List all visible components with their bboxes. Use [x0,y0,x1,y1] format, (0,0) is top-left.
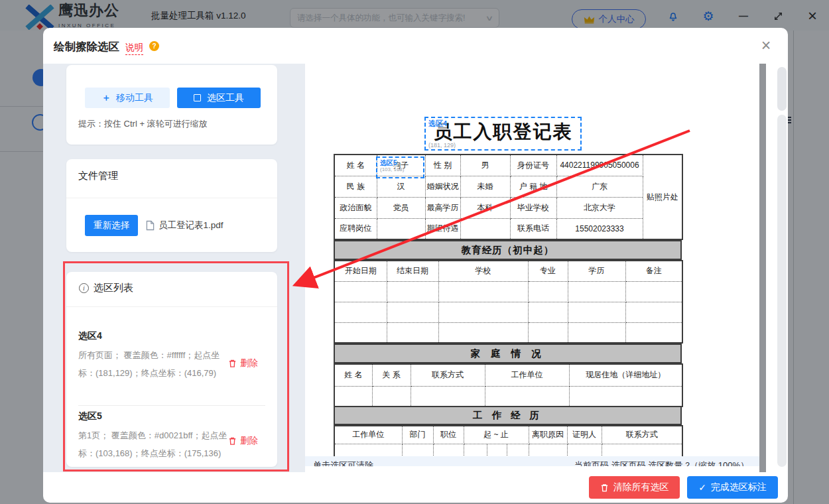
help-link[interactable]: 说明 [125,42,143,55]
column-header: 学历 [568,261,625,281]
delete-label: 删除 [240,435,258,447]
selection-tool-label: 选区工具 [207,92,244,104]
table-cell: 广东 [556,176,643,197]
help-question-icon[interactable] [149,41,159,51]
education-table: 开始日期 结束日期 学校 专业 学历 备注 [334,260,683,344]
scrollbar-thumb-top[interactable] [777,67,787,111]
selection-annotation-coords: (181, 129) [428,142,456,149]
column-header: 职位 [433,426,464,444]
reselect-file-button[interactable]: 重新选择 [85,215,138,236]
preview-scrollbar [766,64,788,472]
column-header: 工作单位 [485,364,569,386]
clear-all-selections-button[interactable]: 清除所有选区 [589,476,680,499]
clear-all-label: 清除所有选区 [613,481,669,493]
trash-icon [228,359,237,368]
check-icon [698,482,706,493]
selection-list-card: 选区列表 选区4 所有页面； 覆盖颜色：#ffffff；起点坐标：(181,12… [66,272,277,467]
divider [66,306,277,307]
table-cell: 15502023333 [556,218,643,239]
table-cell: 党员 [377,197,425,218]
table-cell [460,218,510,239]
table-cell: 北京大学 [556,197,643,218]
section-header-education: 教育经历（初中起） [334,240,682,260]
table-cell [377,218,425,239]
selection-list-header: 选区列表 [79,282,133,294]
table-cell: 政治面貌 [334,197,377,218]
delete-selection-button[interactable]: 删除 [228,357,258,369]
selection-tool-button[interactable]: 选区工具 [177,88,261,108]
table-cell: 男 [460,155,510,176]
selection-annotation-label: 选区4 [428,119,447,129]
delete-selection-button[interactable]: 删除 [228,435,258,447]
trash-icon [228,436,237,446]
selection-annotation-box-5[interactable]: 选区5 (103, 168) [376,157,424,178]
table-cell: 联系电话 [510,218,556,239]
pdf-file-icon [146,220,155,231]
selection-desc: 第1页； 覆盖颜色：#d0021bff；起点坐标：(103,168)；终点坐标：… [78,426,229,462]
selected-file-row: 员工登记表1.pdf [146,220,223,231]
column-header: 结束日期 [387,261,438,281]
table-cell: 婚姻状况 [425,176,460,197]
column-header: 工作单位 [334,426,402,444]
selection-annotation-box-4[interactable]: 选区4 (181, 129) [424,117,582,151]
column-header: 关 系 [372,364,411,386]
plus-icon [101,92,111,104]
table-cell: 未婚 [460,176,510,197]
table-cell: 户 籍 地 [510,176,556,197]
tools-card: 移动工具 选区工具 提示：按住 Ctrl + 滚轮可进行缩放 [66,65,277,145]
finish-label: 完成选区标注 [711,481,767,493]
section-header-family: 家 庭 情 况 [334,344,682,363]
selection-name: 选区4 [78,330,102,342]
table-cell: 期望待遇 [425,218,460,239]
table-cell: 本科 [460,197,510,218]
table-cell: 应聘岗位 [334,218,377,239]
table-cell: 最高学历 [425,197,460,218]
scrollbar-thumb-main[interactable] [777,115,787,467]
selection-name: 选区5 [78,410,102,422]
table-cell: 姓 名 [334,155,377,176]
column-header: 备注 [625,261,682,281]
delete-label: 删除 [240,357,258,369]
selection-list-title: 选区列表 [94,282,133,294]
divider [78,405,265,406]
column-header: 姓 名 [334,364,372,386]
photo-cell: 贴照片处 [643,155,682,239]
rectangle-icon [194,94,201,101]
family-table: 姓 名 关 系 联系方式 工作单位 现居住地（详细地址） [334,363,683,407]
column-header: 现居住地（详细地址） [569,364,682,386]
finish-annotation-button[interactable]: 完成选区标注 [687,476,778,499]
selection-annotation-coords: (103, 168) [380,166,404,172]
column-header: 开始日期 [334,261,387,281]
column-header: 证明人 [567,426,602,444]
column-header: 部门 [402,426,433,444]
file-management-card: 文件管理 重新选择 员工登记表1.pdf [66,159,277,252]
table-cell: 民 族 [334,176,377,197]
column-header: 起 ~ 止 [464,426,529,444]
modal-close-icon[interactable] [757,37,775,54]
table-cell: 汉 [377,176,425,197]
column-header: 联系方式 [411,364,485,386]
move-tool-label: 移动工具 [116,92,153,104]
selection-desc: 所有页面； 覆盖颜色：#ffffff；起点坐标：(181,129)；终点坐标：(… [78,346,229,382]
status-hint-text: 单击选区可清除 [313,460,373,466]
app-window: 鹰迅办公 INXUN OFFICE 批量处理工具箱 v1.12.0 请选择一个具… [0,0,829,504]
column-header: 学校 [438,261,528,281]
move-tool-button[interactable]: 移动工具 [85,88,170,108]
table-cell: 440221199905050006 [556,155,643,176]
zoom-tip-text: 提示：按住 Ctrl + 滚轮可进行缩放 [78,118,208,130]
modal-header: 绘制擦除选区 说明 [43,28,788,64]
section-header-work: 工 作 经 历 [334,406,682,425]
trash-icon [600,483,609,493]
info-icon [79,283,89,293]
table-cell: 毕业学校 [510,197,556,218]
column-header: 联系方式 [602,426,682,444]
table-cell: 身份证号 [510,155,556,176]
column-header: 离职原因 [529,426,567,444]
divider [66,198,277,198]
modal-title: 绘制擦除选区 [54,40,119,54]
document-preview-canvas[interactable]: 员工入职登记表 选区4 (181, 129) 姓 名 狗子 性 别 男 身份证号… [305,64,759,472]
preview-status-bar: 单击选区可清除 当前页码 选区页码 选区数量 2（缩放 100%） [305,456,759,466]
column-header: 专业 [528,261,568,281]
selected-filename: 员工登记表1.pdf [159,220,223,231]
table-cell: 性 别 [425,155,460,176]
